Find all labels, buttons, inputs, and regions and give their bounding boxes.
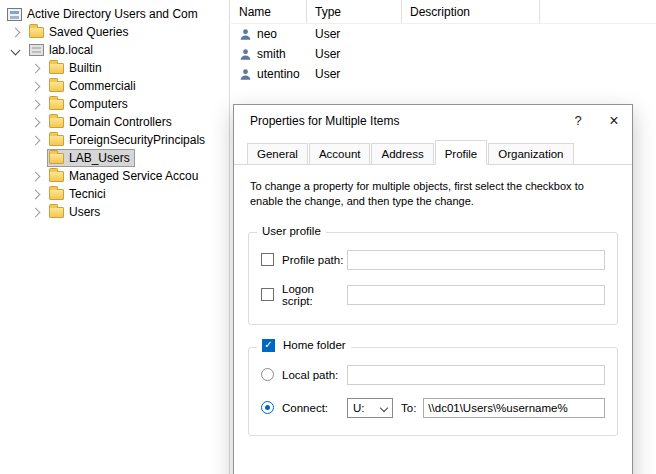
user-profile-group-label: User profile bbox=[257, 225, 326, 237]
chevron-right-icon[interactable] bbox=[31, 63, 41, 73]
folder-icon bbox=[29, 27, 44, 38]
chevron-right-icon[interactable] bbox=[31, 171, 41, 181]
close-button[interactable]: × bbox=[596, 105, 632, 136]
tree-item-label: lab.local bbox=[49, 43, 93, 57]
connect-row: Connect: U: To: bbox=[261, 398, 605, 418]
local-path-input[interactable] bbox=[347, 365, 605, 385]
tree-item-label: Managed Service Accou bbox=[69, 169, 198, 183]
list-item-utentino[interactable]: utentino User bbox=[231, 64, 656, 84]
folder-icon bbox=[49, 63, 64, 74]
list-item-type: User bbox=[307, 47, 402, 61]
user-profile-group: User profile Profile path: Logon script: bbox=[248, 232, 618, 325]
logon-script-input[interactable] bbox=[347, 285, 605, 305]
tree-item-label: Commerciali bbox=[69, 79, 136, 93]
profile-path-checkbox[interactable] bbox=[261, 253, 274, 266]
dialog-title-bar: Properties for Multiple Items ? × bbox=[234, 105, 632, 136]
column-header-type[interactable]: Type bbox=[307, 0, 402, 23]
tree-item-label: ForeignSecurityPrincipals bbox=[69, 133, 205, 147]
user-icon bbox=[239, 48, 252, 61]
chevron-right-icon[interactable] bbox=[31, 117, 41, 127]
help-button[interactable]: ? bbox=[560, 105, 596, 136]
list-item-name: neo bbox=[257, 27, 277, 41]
chevron-right-icon[interactable] bbox=[11, 27, 21, 37]
list-item-type: User bbox=[307, 27, 402, 41]
folder-icon bbox=[49, 81, 64, 92]
home-folder-checkbox[interactable]: ✓ bbox=[262, 339, 275, 352]
list-item-name: utentino bbox=[257, 67, 300, 81]
connect-label: Connect: bbox=[282, 402, 347, 414]
home-folder-group: ✓ Home folder Local path: Connect: U: bbox=[248, 347, 618, 436]
tree-item-label: Users bbox=[69, 205, 100, 219]
tree-item-domain-controllers[interactable]: Domain Controllers bbox=[0, 113, 229, 131]
chevron-down-icon[interactable] bbox=[11, 45, 21, 55]
tab-account[interactable]: Account bbox=[309, 143, 371, 165]
chevron-spacer bbox=[32, 155, 39, 162]
tree-item-managed-service-accounts[interactable]: Managed Service Accou bbox=[0, 167, 229, 185]
tab-address[interactable]: Address bbox=[371, 143, 433, 165]
folder-icon bbox=[49, 207, 64, 218]
directory-icon bbox=[7, 8, 22, 21]
chevron-right-icon[interactable] bbox=[31, 189, 41, 199]
chevron-down-icon bbox=[380, 404, 388, 412]
folder-icon bbox=[49, 99, 64, 110]
tree-item-lab-users[interactable]: LAB_Users bbox=[0, 149, 229, 167]
console-tree: Active Directory Users and Com Saved Que… bbox=[0, 0, 230, 474]
tree-item-label: Saved Queries bbox=[49, 25, 128, 39]
tree-item-computers[interactable]: Computers bbox=[0, 95, 229, 113]
instructions-text: To change a property for multiple object… bbox=[250, 179, 616, 210]
connect-radio[interactable] bbox=[261, 401, 274, 414]
tree-item-label: Active Directory Users and Com bbox=[27, 7, 198, 21]
list-item-type: User bbox=[307, 67, 402, 81]
folder-icon bbox=[49, 117, 64, 128]
tree-item-tecnici[interactable]: Tecnici bbox=[0, 185, 229, 203]
home-folder-path-input[interactable] bbox=[423, 398, 605, 418]
tab-general[interactable]: General bbox=[247, 143, 308, 165]
properties-dialog: Properties for Multiple Items ? × Genera… bbox=[233, 104, 633, 474]
column-header-name[interactable]: Name bbox=[231, 0, 307, 23]
home-folder-group-label: ✓ Home folder bbox=[257, 339, 351, 352]
local-path-row: Local path: bbox=[261, 365, 605, 385]
tree-item-foreign-security-principals[interactable]: ForeignSecurityPrincipals bbox=[0, 131, 229, 149]
list-item-neo[interactable]: neo User bbox=[231, 24, 656, 44]
tree-item-lab-local[interactable]: lab.local bbox=[0, 41, 229, 59]
list-item-name: smith bbox=[257, 47, 286, 61]
logon-script-checkbox[interactable] bbox=[261, 288, 274, 301]
folder-icon bbox=[49, 153, 64, 164]
local-path-label: Local path: bbox=[282, 369, 347, 381]
domain-icon bbox=[29, 44, 44, 56]
tree-item-root[interactable]: Active Directory Users and Com bbox=[0, 5, 229, 23]
chevron-right-icon[interactable] bbox=[31, 99, 41, 109]
tree-item-label: LAB_Users bbox=[69, 151, 130, 165]
chevron-right-icon[interactable] bbox=[31, 81, 41, 91]
tree-item-label: Computers bbox=[69, 97, 128, 111]
tab-organization[interactable]: Organization bbox=[488, 143, 573, 165]
tree-item-label: Builtin bbox=[69, 61, 102, 75]
chevron-right-icon[interactable] bbox=[31, 135, 41, 145]
column-header-description[interactable]: Description bbox=[402, 0, 540, 23]
list-item-smith[interactable]: smith User bbox=[231, 44, 656, 64]
tree-item-label: Tecnici bbox=[69, 187, 106, 201]
aduc-window: Active Directory Users and Com Saved Que… bbox=[0, 0, 656, 474]
drive-letter-select[interactable]: U: bbox=[347, 398, 393, 418]
folder-icon bbox=[49, 189, 64, 200]
tab-strip: General Account Address Profile Organiza… bbox=[234, 136, 632, 164]
user-icon bbox=[239, 28, 252, 41]
checkmark-icon: ✓ bbox=[264, 340, 272, 350]
local-path-radio[interactable] bbox=[261, 368, 274, 381]
folder-icon bbox=[49, 135, 64, 146]
dialog-title: Properties for Multiple Items bbox=[250, 114, 399, 128]
tree-item-users[interactable]: Users bbox=[0, 203, 229, 221]
tree-item-saved-queries[interactable]: Saved Queries bbox=[0, 23, 229, 41]
tab-profile[interactable]: Profile bbox=[435, 140, 488, 165]
chevron-right-icon[interactable] bbox=[31, 207, 41, 217]
to-label: To: bbox=[401, 402, 416, 414]
tree-item-builtin[interactable]: Builtin bbox=[0, 59, 229, 77]
profile-path-row: Profile path: bbox=[261, 250, 605, 270]
list-header: Name Type Description bbox=[231, 0, 656, 24]
drive-letter-value: U: bbox=[353, 402, 365, 414]
profile-path-input[interactable] bbox=[347, 250, 605, 270]
tree-item-commerciali[interactable]: Commerciali bbox=[0, 77, 229, 95]
user-icon bbox=[239, 68, 252, 81]
profile-tab-page: To change a property for multiple object… bbox=[234, 164, 632, 436]
logon-script-row: Logon script: bbox=[261, 283, 605, 307]
